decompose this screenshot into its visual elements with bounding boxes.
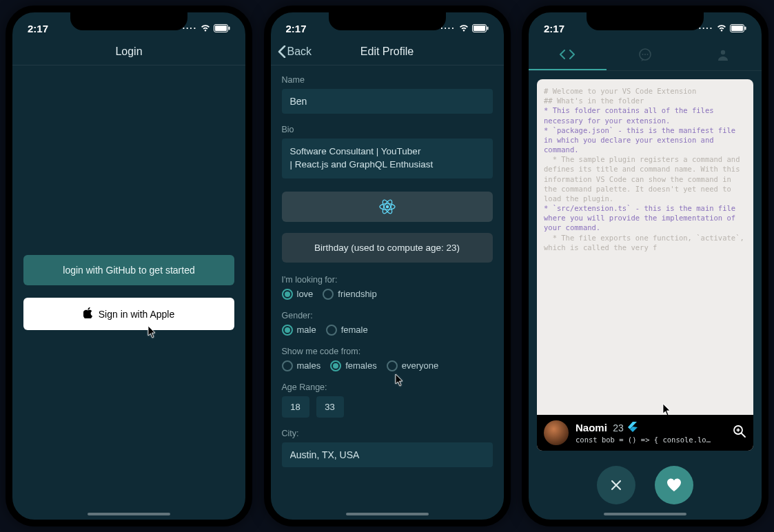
apple-icon (83, 307, 93, 320)
svg-point-17 (720, 50, 724, 54)
name-input[interactable] (282, 89, 493, 114)
wifi-icon (458, 24, 469, 32)
code-line: * This folder contains all of the files … (544, 105, 746, 125)
radio-circle-icon (387, 360, 398, 371)
profile-age: 23 (613, 422, 624, 433)
edit-profile-title: Edit Profile (360, 45, 414, 58)
radio-label: males (297, 360, 321, 371)
svg-point-15 (644, 54, 646, 55)
action-row (537, 451, 753, 511)
back-button[interactable]: Back (278, 45, 312, 58)
login-content: login with GitHub to get started Sign in… (12, 65, 245, 520)
svg-rect-1 (215, 25, 227, 31)
mouse-cursor (662, 385, 672, 397)
radio-option-female[interactable]: female (326, 325, 368, 336)
react-icon (378, 198, 396, 216)
mouse-cursor (147, 326, 157, 338)
code-content: # Welcome to your VS Code Extension## Wh… (537, 79, 753, 415)
login-title: Login (115, 45, 142, 58)
mouse-cursor (395, 374, 405, 387)
age-min-input[interactable]: 18 (282, 396, 309, 418)
zoom-in-icon[interactable] (733, 424, 746, 441)
radio-label: female (341, 325, 368, 335)
phone-notch (587, 11, 704, 30)
code-icon (560, 49, 575, 60)
react-logo-button[interactable] (282, 192, 493, 222)
svg-line-19 (742, 433, 745, 437)
phone-notch (70, 11, 187, 30)
gender-label: Gender: (282, 311, 493, 320)
tab-code[interactable] (529, 40, 607, 70)
radio-circle-icon (282, 289, 293, 300)
looking-for-label: I'm looking for: (282, 275, 493, 285)
status-time: 2:17 (28, 23, 48, 34)
birthday-button[interactable]: Birthday (used to compute age: 23) (282, 233, 493, 263)
city-input[interactable] (282, 442, 493, 467)
radio-option-males[interactable]: males (282, 360, 321, 371)
apple-signin-button[interactable]: Sign in with Apple (23, 298, 234, 330)
radio-option-everyone[interactable]: everyone (387, 360, 438, 371)
code-line: ## What's in the folder (544, 96, 746, 105)
svg-rect-4 (473, 25, 485, 31)
code-snippet: const bob = () => { console.log("here... (576, 436, 713, 444)
code-line: * `package.json` - this is the manifest … (544, 125, 746, 155)
home-indicator (346, 513, 429, 515)
github-login-button[interactable]: login with GitHub to get started (23, 255, 234, 285)
phone-notch (329, 11, 446, 30)
edit-profile-header: Back Edit Profile (271, 40, 504, 65)
radio-label: females (345, 360, 377, 371)
name-label: Name (282, 75, 493, 85)
radio-circle-icon (282, 360, 293, 371)
radio-label: everyone (402, 360, 438, 371)
code-line: * The file exports one function, `activa… (544, 233, 746, 252)
wifi-icon (716, 24, 727, 32)
age-max-input[interactable]: 33 (316, 396, 344, 418)
card-area: # Welcome to your VS Code Extension## Wh… (529, 71, 762, 520)
edit-profile-form: Name Bio Software Consultant | YouTuber … (271, 65, 504, 520)
code-card[interactable]: # Welcome to your VS Code Extension## Wh… (537, 79, 753, 451)
phone-swipe: 2:17 ···· # Welcome to your VS Code Exte… (522, 6, 768, 526)
radio-label: male (297, 325, 316, 335)
chat-icon (638, 48, 652, 62)
like-button[interactable] (655, 466, 693, 504)
bio-input[interactable]: Software Consultant | YouTuber | React.j… (282, 139, 493, 178)
home-indicator (88, 513, 170, 515)
dismiss-button[interactable] (597, 466, 635, 504)
home-indicator (604, 513, 686, 515)
tab-profile[interactable] (684, 40, 762, 70)
tab-chat[interactable] (607, 40, 684, 70)
person-icon (717, 49, 729, 61)
back-label: Back (287, 45, 312, 58)
svg-point-16 (647, 54, 649, 55)
radio-option-love[interactable]: love (282, 289, 314, 300)
show-code-label: Show me code from: (282, 347, 493, 356)
phone-edit-profile: 2:17 ···· Back Edit Profile Name Bio Sof… (264, 6, 511, 526)
radio-option-friendship[interactable]: friendship (323, 289, 376, 300)
radio-circle-icon (330, 360, 341, 371)
radio-option-females[interactable]: females (330, 360, 377, 371)
github-login-label: login with GitHub to get started (63, 265, 194, 276)
code-line: * The sample plugin registers a command … (544, 154, 746, 203)
radio-label: love (297, 289, 314, 299)
gender-group: malefemale (282, 325, 493, 336)
profile-name: Naomi (576, 422, 607, 433)
profile-strip: Naomi 23 const bob = () => { console.log… (537, 415, 753, 451)
battery-icon (472, 24, 489, 32)
login-header: Login (12, 40, 245, 65)
svg-rect-5 (487, 27, 488, 30)
chevron-left-icon (278, 45, 286, 58)
wifi-icon (200, 24, 211, 32)
age-range-label: Age Range: (282, 382, 493, 392)
status-indicators: ···· (183, 23, 230, 33)
svg-rect-11 (731, 25, 743, 31)
flutter-icon (628, 423, 638, 435)
heart-icon (666, 478, 682, 493)
x-icon (609, 478, 623, 492)
battery-icon (730, 24, 746, 32)
tab-bar (529, 40, 762, 71)
radio-circle-icon (323, 289, 334, 300)
radio-option-male[interactable]: male (282, 325, 316, 336)
svg-rect-2 (229, 27, 230, 30)
looking-for-group: lovefriendship (282, 289, 493, 300)
svg-point-14 (642, 54, 644, 55)
